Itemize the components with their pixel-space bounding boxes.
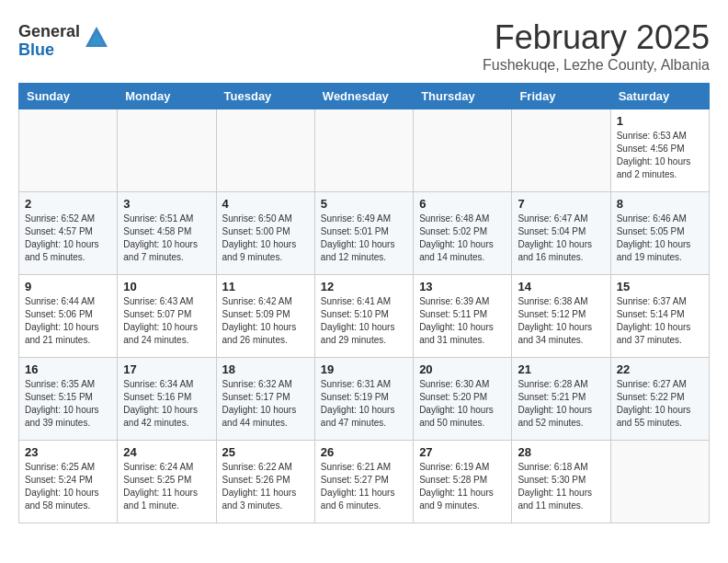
week-row-3: 9Sunrise: 6:44 AM Sunset: 5:06 PM Daylig… [19, 275, 710, 358]
day-cell: 4Sunrise: 6:50 AM Sunset: 5:00 PM Daylig… [216, 192, 314, 275]
day-cell: 27Sunrise: 6:19 AM Sunset: 5:28 PM Dayli… [414, 441, 512, 523]
day-cell: 10Sunrise: 6:43 AM Sunset: 5:07 PM Dayli… [118, 275, 216, 358]
day-number: 4 [222, 197, 309, 211]
day-info: Sunrise: 6:31 AM Sunset: 5:19 PM Dayligh… [321, 378, 407, 430]
weekday-header-sunday: Sunday [19, 84, 118, 109]
day-info: Sunrise: 6:49 AM Sunset: 5:01 PM Dayligh… [321, 213, 407, 264]
day-info: Sunrise: 6:35 AM Sunset: 5:15 PM Dayligh… [25, 378, 111, 430]
day-info: Sunrise: 6:27 AM Sunset: 5:22 PM Dayligh… [617, 378, 703, 430]
day-info: Sunrise: 6:32 AM Sunset: 5:17 PM Dayligh… [222, 378, 309, 430]
day-number: 17 [123, 362, 210, 376]
day-info: Sunrise: 6:37 AM Sunset: 5:14 PM Dayligh… [617, 295, 703, 347]
day-number: 15 [617, 280, 703, 293]
day-number: 6 [419, 197, 506, 211]
day-info: Sunrise: 6:18 AM Sunset: 5:30 PM Dayligh… [518, 461, 604, 512]
day-info: Sunrise: 6:39 AM Sunset: 5:11 PM Dayligh… [419, 295, 506, 347]
day-cell: 23Sunrise: 6:25 AM Sunset: 5:24 PM Dayli… [19, 441, 118, 523]
day-cell: 25Sunrise: 6:22 AM Sunset: 5:26 PM Dayli… [216, 441, 314, 523]
day-cell: 24Sunrise: 6:24 AM Sunset: 5:25 PM Dayli… [118, 441, 216, 523]
day-cell: 26Sunrise: 6:21 AM Sunset: 5:27 PM Dayli… [314, 441, 413, 523]
day-number: 20 [419, 362, 506, 376]
day-info: Sunrise: 6:28 AM Sunset: 5:21 PM Dayligh… [518, 378, 604, 430]
day-cell: 22Sunrise: 6:27 AM Sunset: 5:22 PM Dayli… [610, 358, 709, 441]
week-row-2: 2Sunrise: 6:52 AM Sunset: 4:57 PM Daylig… [19, 192, 710, 275]
day-info: Sunrise: 6:44 AM Sunset: 5:06 PM Dayligh… [25, 295, 111, 347]
day-cell: 17Sunrise: 6:34 AM Sunset: 5:16 PM Dayli… [118, 358, 216, 441]
day-cell: 28Sunrise: 6:18 AM Sunset: 5:30 PM Dayli… [512, 441, 610, 523]
calendar-table: SundayMondayTuesdayWednesdayThursdayFrid… [18, 83, 710, 523]
day-cell: 18Sunrise: 6:32 AM Sunset: 5:17 PM Dayli… [216, 358, 314, 441]
weekday-header-thursday: Thursday [414, 84, 512, 109]
day-cell [610, 441, 709, 523]
day-info: Sunrise: 6:30 AM Sunset: 5:20 PM Dayligh… [419, 378, 506, 430]
weekday-header-row: SundayMondayTuesdayWednesdayThursdayFrid… [19, 84, 710, 109]
calendar-subtitle: Fushekuqe, Lezhe County, Albania [483, 57, 710, 74]
day-info: Sunrise: 6:51 AM Sunset: 4:58 PM Dayligh… [123, 213, 210, 264]
day-info: Sunrise: 6:25 AM Sunset: 5:24 PM Dayligh… [25, 461, 111, 512]
day-cell: 21Sunrise: 6:28 AM Sunset: 5:21 PM Dayli… [512, 358, 610, 441]
day-cell: 6Sunrise: 6:48 AM Sunset: 5:02 PM Daylig… [414, 192, 512, 275]
day-number: 26 [321, 445, 407, 459]
day-number: 12 [321, 280, 407, 293]
day-number: 28 [518, 445, 604, 459]
day-number: 21 [518, 362, 604, 376]
week-row-5: 23Sunrise: 6:25 AM Sunset: 5:24 PM Dayli… [19, 441, 710, 523]
day-info: Sunrise: 6:43 AM Sunset: 5:07 PM Dayligh… [123, 295, 210, 347]
day-number: 16 [25, 362, 111, 376]
logo-blue: Blue [18, 41, 54, 60]
day-cell: 19Sunrise: 6:31 AM Sunset: 5:19 PM Dayli… [314, 358, 413, 441]
day-cell: 2Sunrise: 6:52 AM Sunset: 4:57 PM Daylig… [19, 192, 118, 275]
day-cell [414, 109, 512, 192]
day-number: 25 [222, 445, 309, 459]
day-cell: 14Sunrise: 6:38 AM Sunset: 5:12 PM Dayli… [512, 275, 610, 358]
week-row-1: 1Sunrise: 6:53 AM Sunset: 4:56 PM Daylig… [19, 109, 710, 192]
day-cell [19, 109, 118, 192]
day-cell [118, 109, 216, 192]
logo: General Blue [18, 23, 109, 60]
day-info: Sunrise: 6:47 AM Sunset: 5:04 PM Dayligh… [518, 213, 604, 264]
day-info: Sunrise: 6:38 AM Sunset: 5:12 PM Dayligh… [518, 295, 604, 347]
weekday-header-saturday: Saturday [610, 84, 709, 109]
day-info: Sunrise: 6:50 AM Sunset: 5:00 PM Dayligh… [222, 213, 309, 264]
weekday-header-friday: Friday [512, 84, 610, 109]
day-info: Sunrise: 6:19 AM Sunset: 5:28 PM Dayligh… [419, 461, 506, 512]
day-cell: 20Sunrise: 6:30 AM Sunset: 5:20 PM Dayli… [414, 358, 512, 441]
day-number: 10 [123, 280, 210, 293]
day-number: 27 [419, 445, 506, 459]
weekday-header-monday: Monday [118, 84, 216, 109]
day-info: Sunrise: 6:34 AM Sunset: 5:16 PM Dayligh… [123, 378, 210, 430]
day-cell: 13Sunrise: 6:39 AM Sunset: 5:11 PM Dayli… [414, 275, 512, 358]
day-info: Sunrise: 6:42 AM Sunset: 5:09 PM Dayligh… [222, 295, 309, 347]
day-number: 11 [222, 280, 309, 293]
day-cell: 1Sunrise: 6:53 AM Sunset: 4:56 PM Daylig… [610, 109, 709, 192]
day-number: 18 [222, 362, 309, 376]
day-number: 1 [617, 114, 703, 128]
day-number: 8 [617, 197, 703, 211]
day-number: 9 [25, 280, 111, 293]
day-info: Sunrise: 6:53 AM Sunset: 4:56 PM Dayligh… [617, 130, 703, 181]
calendar-title: February 2025 [483, 18, 710, 57]
day-number: 19 [321, 362, 407, 376]
day-number: 3 [123, 197, 210, 211]
day-info: Sunrise: 6:41 AM Sunset: 5:10 PM Dayligh… [321, 295, 407, 347]
day-cell: 3Sunrise: 6:51 AM Sunset: 4:58 PM Daylig… [118, 192, 216, 275]
day-info: Sunrise: 6:46 AM Sunset: 5:05 PM Dayligh… [617, 213, 703, 264]
logo-general: General [18, 23, 80, 41]
weekday-header-wednesday: Wednesday [314, 84, 413, 109]
day-info: Sunrise: 6:48 AM Sunset: 5:02 PM Dayligh… [419, 213, 506, 264]
week-row-4: 16Sunrise: 6:35 AM Sunset: 5:15 PM Dayli… [19, 358, 710, 441]
page-header: General Blue February 2025 Fushekuqe, Le… [18, 18, 710, 74]
day-cell: 5Sunrise: 6:49 AM Sunset: 5:01 PM Daylig… [314, 192, 413, 275]
day-cell: 9Sunrise: 6:44 AM Sunset: 5:06 PM Daylig… [19, 275, 118, 358]
day-info: Sunrise: 6:22 AM Sunset: 5:26 PM Dayligh… [222, 461, 309, 512]
logo-icon [84, 25, 109, 54]
day-cell [216, 109, 314, 192]
day-info: Sunrise: 6:52 AM Sunset: 4:57 PM Dayligh… [25, 213, 111, 264]
title-section: February 2025 Fushekuqe, Lezhe County, A… [483, 18, 710, 74]
day-number: 5 [321, 197, 407, 211]
day-cell [512, 109, 610, 192]
day-cell: 8Sunrise: 6:46 AM Sunset: 5:05 PM Daylig… [610, 192, 709, 275]
day-info: Sunrise: 6:21 AM Sunset: 5:27 PM Dayligh… [321, 461, 407, 512]
day-number: 23 [25, 445, 111, 459]
day-number: 2 [25, 197, 111, 211]
